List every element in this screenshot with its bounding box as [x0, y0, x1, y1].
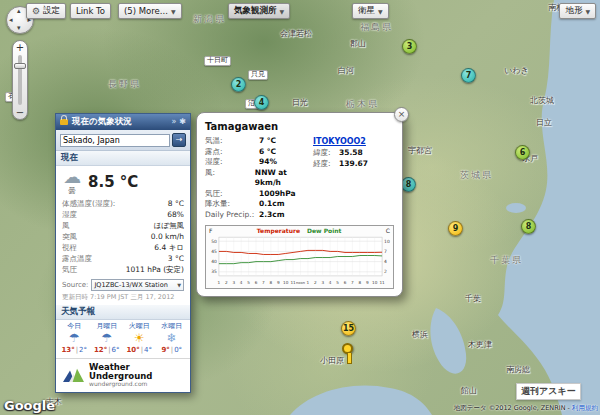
- pan-left-icon[interactable]: ◂: [9, 17, 13, 24]
- svg-text:7: 7: [351, 280, 354, 285]
- station-id-link[interactable]: ITOKYOOO2: [313, 136, 366, 148]
- stat-value: 94%: [259, 157, 277, 168]
- svg-text:10: 10: [372, 280, 378, 285]
- location-search-input[interactable]: [60, 134, 170, 147]
- layer-satellite-button[interactable]: 衛星 ▼: [352, 3, 389, 19]
- more-button[interactable]: (5) More... ▼: [118, 3, 182, 19]
- brand-name: Weather Underground: [89, 363, 183, 380]
- terms-link[interactable]: 利用規約: [572, 404, 598, 412]
- map-type-label: 地形: [565, 5, 582, 17]
- condition-value: 68%: [167, 209, 184, 220]
- conditions-table: 体感温度(湿度): 8 °C 湿度 68% 風 ほぼ無風 突風 0.0 km/h: [56, 197, 190, 277]
- zoom-slider-track[interactable]: [18, 55, 22, 105]
- condition-label: 露点温度: [62, 253, 92, 264]
- condition-value: 0.0 km/h: [151, 231, 184, 242]
- forecast-day-column[interactable]: 月曜日 ☂ 12°6°: [91, 322, 124, 355]
- forecast-day-column[interactable]: 火曜日 ☀ 10°4°: [123, 322, 156, 355]
- forecast-day-label: 水曜日: [156, 322, 189, 331]
- close-icon[interactable]: ×: [394, 107, 409, 122]
- forecast-day-column[interactable]: 水曜日 ❄ 9°0°: [156, 322, 189, 355]
- map-type-terrain-button[interactable]: 地形 ▼: [559, 3, 596, 19]
- stat-row: 露点: 6 °C: [205, 147, 311, 158]
- map-zoom-control[interactable]: + −: [12, 40, 28, 120]
- marker-count-label: 15: [343, 324, 354, 333]
- zoom-slider-handle[interactable]: [14, 63, 26, 69]
- zoom-out-button[interactable]: −: [13, 106, 27, 119]
- forecast-low: 4°: [144, 346, 152, 354]
- chart-plot-area: 1234567891011noon12345678910115010457404…: [206, 234, 395, 288]
- source-select[interactable]: JQ1ZBC-13/WX Station ▼: [91, 279, 184, 291]
- location-search-row: →: [56, 130, 190, 151]
- coord-label: 経度:: [313, 159, 339, 170]
- svg-text:2: 2: [225, 280, 228, 285]
- selected-station-key-marker[interactable]: [342, 343, 353, 354]
- brand-footer[interactable]: Weather Underground wunderground.com: [56, 359, 190, 392]
- station-cluster-marker[interactable]: 8: [521, 219, 536, 234]
- svg-text:2: 2: [384, 269, 387, 274]
- temp-separator: [141, 346, 143, 354]
- layer-stations-button[interactable]: 気象観測所 ▼: [228, 3, 290, 19]
- station-cluster-marker[interactable]: 15: [341, 321, 356, 336]
- panel-header[interactable]: 現在の気象状況 » ✱: [56, 114, 190, 130]
- pan-down-icon[interactable]: ▾: [17, 25, 21, 32]
- stat-value: 1009hPa: [259, 189, 296, 200]
- chevron-down-icon: ▼: [171, 8, 176, 15]
- panel-collapse-icon[interactable]: »: [171, 118, 176, 126]
- forecast-day-label: 火曜日: [123, 322, 156, 331]
- forecast-low: 2°: [79, 346, 87, 354]
- condition-row: 視程 6.4 キロ: [62, 242, 184, 253]
- zoom-in-button[interactable]: +: [13, 41, 27, 54]
- coord-row: 経度: 139.67: [313, 159, 394, 170]
- source-label: Source:: [62, 281, 88, 289]
- forecast-high: 13°: [61, 346, 74, 354]
- station-cluster-marker[interactable]: 9: [448, 221, 463, 236]
- forecast-day-column[interactable]: 今日 ☂ 13°2°: [58, 322, 91, 355]
- pan-up-icon[interactable]: ▴: [17, 8, 21, 15]
- stat-row: 降水量: 0.1cm: [205, 199, 311, 210]
- panel-options-icon[interactable]: ✱: [179, 118, 186, 126]
- stat-label: 気温:: [205, 136, 259, 147]
- svg-text:noon: noon: [296, 281, 305, 285]
- map-canvas[interactable]: 南相馬福島県郡山会津若松白河いわき北茨城日立水戸茨城県栃木県宇都宮日光新潟県長野…: [0, 0, 600, 415]
- stat-label: Daily Precip.:: [205, 210, 259, 221]
- panel-title: 現在の気象状況: [72, 116, 168, 128]
- coord-label: 緯度:: [313, 148, 339, 159]
- station-cluster-marker[interactable]: 3: [402, 39, 417, 54]
- station-name: Tamagawaen: [205, 121, 394, 132]
- lock-icon[interactable]: [60, 119, 68, 125]
- marker-count-label: 2: [236, 80, 242, 89]
- forecast-temps: 12°6°: [91, 346, 124, 355]
- magazine-watermark: 週刊アスキー: [516, 383, 581, 400]
- stat-value: 7 °C: [259, 136, 276, 147]
- condition-value: 3 °C: [168, 253, 184, 264]
- condition-label: 体感温度(湿度):: [62, 198, 115, 209]
- station-cluster-marker[interactable]: 4: [254, 95, 269, 110]
- condition-label: 突風: [62, 231, 77, 242]
- coord-value: 139.67: [339, 159, 368, 170]
- forecast-weather-icon: ❄: [156, 331, 189, 346]
- marker-count-label: 9: [453, 224, 459, 233]
- station-cluster-marker[interactable]: 2: [231, 77, 246, 92]
- forecast-high: 10°: [126, 346, 139, 354]
- station-cluster-marker[interactable]: 8: [401, 177, 416, 192]
- chart-y-right-label: C: [386, 227, 390, 234]
- stat-row: 風: NNW at 9km/h: [205, 168, 311, 189]
- chart-legend: TemperatureDew Point: [257, 227, 342, 234]
- source-row: Source: JQ1ZBC-13/WX Station ▼: [56, 277, 190, 292]
- layer-stations-label: 気象観測所: [234, 5, 277, 17]
- station-stats: 気温: 7 °C 露点: 6 °C 湿度: 94% 風:: [205, 136, 311, 220]
- condition-value: 1011 hPa (安定): [126, 264, 184, 275]
- chevron-down-icon: ▼: [585, 8, 590, 15]
- chart-y-left-label: F: [209, 227, 212, 234]
- search-go-button[interactable]: →: [172, 133, 186, 147]
- svg-text:35: 35: [211, 269, 217, 274]
- svg-text:9: 9: [366, 280, 369, 285]
- svg-text:11: 11: [379, 280, 385, 285]
- stat-row: Daily Precip.: 2.3cm: [205, 210, 311, 221]
- link-to-button[interactable]: Link To: [70, 3, 111, 19]
- station-cluster-marker[interactable]: 7: [461, 68, 476, 83]
- legend-entry: Temperature: [257, 227, 300, 234]
- settings-label: 設定: [43, 5, 60, 17]
- settings-button[interactable]: ⚙ 設定: [26, 3, 66, 19]
- station-cluster-marker[interactable]: 6: [515, 145, 530, 160]
